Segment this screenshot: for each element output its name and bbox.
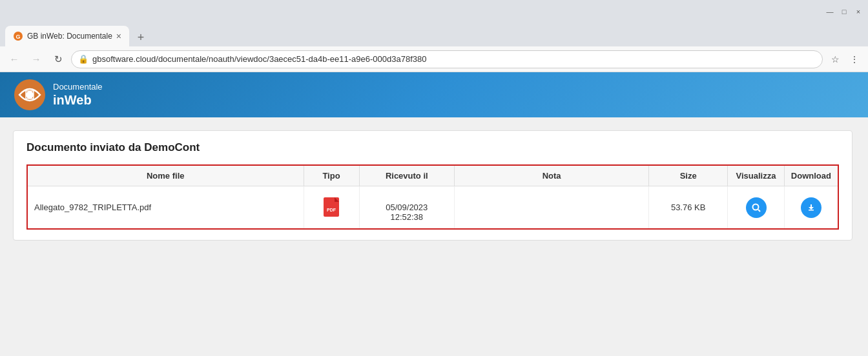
- cell-download: [784, 186, 838, 230]
- col-header-visualizza: Visualizza: [728, 165, 785, 186]
- col-header-ricevuto: Ricevuto il: [359, 165, 455, 186]
- page-content: Documento inviato da DemoCont Nome file …: [0, 117, 868, 356]
- tab-favicon: G: [13, 31, 23, 41]
- col-header-nota: Nota: [455, 165, 649, 186]
- cell-visualizza: [728, 186, 785, 230]
- svg-rect-12: [809, 210, 814, 211]
- svg-line-8: [758, 210, 760, 212]
- cell-tipo: PDF: [304, 186, 359, 230]
- new-tab-button[interactable]: +: [132, 28, 150, 46]
- cell-ricevuto: 05/09/2023 12:52:38: [359, 186, 455, 230]
- browser-window: — □ × G GB inWeb: Documentale × + ←: [0, 0, 868, 356]
- col-header-size: Size: [649, 165, 728, 186]
- svg-text:PDF: PDF: [327, 208, 336, 212]
- forward-button[interactable]: →: [27, 50, 45, 68]
- document-card: Documento inviato da DemoCont Nome file …: [13, 130, 852, 241]
- lock-icon: 🔒: [78, 54, 88, 64]
- active-tab[interactable]: G GB inWeb: Documentale ×: [5, 26, 129, 46]
- table-header: Nome file Tipo Ricevuto il Nota Size Vis…: [27, 165, 838, 186]
- cell-filename: Allegato_9782_TRIPLETTA.pdf: [27, 186, 304, 230]
- visualizza-button[interactable]: [746, 197, 767, 218]
- download-icon: [806, 203, 816, 213]
- col-header-download: Download: [784, 165, 838, 186]
- tab-title: GB inWeb: Documentale: [27, 32, 112, 41]
- col-header-tipo: Tipo: [304, 165, 359, 186]
- browser-menu-button[interactable]: ⋮: [846, 51, 863, 68]
- minimize-button[interactable]: —: [825, 7, 834, 16]
- url-text: gbsoftware.cloud/documentale/noauth/view…: [92, 54, 816, 64]
- table-row: Allegato_9782_TRIPLETTA.pdf PDF: [27, 186, 838, 230]
- app-logo-icon: [13, 78, 46, 112]
- logo-documentale: Documentale: [53, 82, 103, 92]
- cell-size: 53.76 KB: [649, 186, 728, 230]
- logo-text: Documentale inWeb: [53, 82, 103, 108]
- svg-point-3: [26, 91, 34, 99]
- logo-inweb: inWeb: [53, 92, 103, 108]
- nav-right-buttons: ☆ ⋮: [827, 51, 863, 68]
- tab-bar: G GB inWeb: Documentale × +: [0, 23, 868, 46]
- back-button[interactable]: ←: [5, 50, 23, 68]
- svg-point-7: [752, 204, 758, 210]
- tab-close-button[interactable]: ×: [116, 31, 121, 41]
- bookmark-star-button[interactable]: ☆: [827, 51, 843, 68]
- window-controls: — □ ×: [825, 7, 863, 16]
- col-header-name: Nome file: [27, 165, 304, 186]
- search-icon: [751, 203, 761, 213]
- title-bar: — □ ×: [0, 0, 868, 23]
- file-table: Nome file Tipo Ricevuto il Nota Size Vis…: [26, 164, 839, 230]
- download-button[interactable]: [801, 197, 822, 218]
- address-bar[interactable]: 🔒 gbsoftware.cloud/documentale/noauth/vi…: [71, 50, 823, 68]
- table-body: Allegato_9782_TRIPLETTA.pdf PDF: [27, 186, 838, 230]
- cell-nota: [455, 186, 649, 230]
- pdf-file-icon: PDF: [322, 197, 340, 217]
- refresh-button[interactable]: ↻: [49, 50, 67, 68]
- app-header: Documentale inWeb: [0, 72, 868, 117]
- svg-rect-11: [811, 204, 812, 208]
- svg-text:G: G: [16, 34, 20, 40]
- close-button[interactable]: ×: [854, 7, 863, 16]
- logo-container: Documentale inWeb: [13, 78, 103, 112]
- nav-bar: ← → ↻ 🔒 gbsoftware.cloud/documentale/noa…: [0, 46, 868, 72]
- document-title: Documento inviato da DemoCont: [26, 141, 839, 154]
- maximize-button[interactable]: □: [840, 7, 849, 16]
